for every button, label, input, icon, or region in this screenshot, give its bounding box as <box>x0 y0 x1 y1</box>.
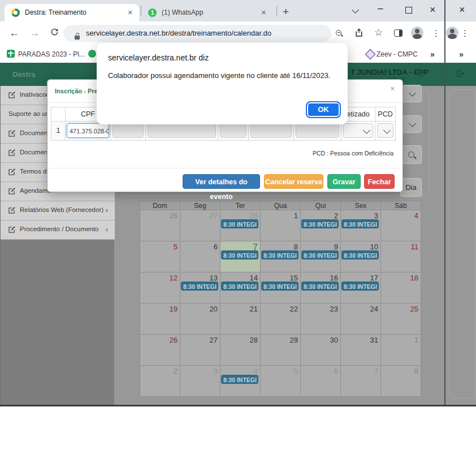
filter-select-2[interactable] <box>403 115 422 133</box>
calendar-day-cell[interactable]: 78:30 INTEGI <box>220 241 261 272</box>
sidebar-item[interactable]: Relatórios Web (Fornecedor)‹ <box>1 201 115 220</box>
calendar-day-cell[interactable]: 168:30 INTEGI <box>301 272 341 304</box>
calendar-day-cell[interactable]: 25 <box>381 304 421 335</box>
reload-icon[interactable] <box>50 27 59 39</box>
calendar-day-cell[interactable]: 22 <box>261 304 301 335</box>
fechar-button[interactable]: Fechar <box>364 174 395 189</box>
window-close-button[interactable]: × <box>430 5 436 15</box>
bookmarks-overflow-icon[interactable]: » <box>430 50 435 59</box>
zoom-out-icon[interactable] <box>336 30 343 37</box>
field-input[interactable] <box>250 123 292 138</box>
calendar-event[interactable]: 8:30 INTEGI <box>181 282 218 291</box>
calendar-day-cell[interactable]: 18 <box>381 272 421 304</box>
calendar-day-cell[interactable]: 3 <box>180 366 220 397</box>
calendar-day-cell[interactable]: 2 <box>140 366 180 397</box>
calendar-day-cell[interactable]: 7 <box>341 366 381 397</box>
calendar-event[interactable]: 8:30 INTEGI <box>221 375 258 384</box>
field-input[interactable] <box>220 123 246 138</box>
search-button[interactable] <box>403 145 422 164</box>
back-icon[interactable]: ← <box>9 27 19 39</box>
bookmark-favicon-icon[interactable] <box>88 50 96 58</box>
bookmark-paradas[interactable]: PARADAS 2023 - Pl... <box>18 50 85 58</box>
calendar-day-cell[interactable]: 26 <box>140 335 180 366</box>
calendar-day-cell[interactable]: 27 <box>180 210 220 241</box>
address-bar[interactable]: servicelayer.destra.net.br/destra/treina… <box>63 25 331 42</box>
bookmark-star-icon[interactable]: ☆ <box>374 27 383 38</box>
calendar-day-cell[interactable]: 20 <box>180 304 220 335</box>
calendar-day-cell[interactable]: 108:30 INTEGI <box>341 241 381 272</box>
calendar-day-cell[interactable]: 48:30 INTEGI <box>220 366 261 397</box>
ver-detalhes-do-evento-button[interactable]: Ver detalhes do evento <box>183 174 260 189</box>
calendar-day-cell[interactable]: 1 <box>261 210 301 241</box>
calendar-day-cell[interactable]: 148:30 INTEGI <box>220 272 261 304</box>
day-view-button[interactable]: Dia <box>400 178 422 197</box>
new-tab-button[interactable]: + <box>283 6 289 17</box>
calendar-day-cell[interactable]: 6 <box>180 241 220 272</box>
calendar-event[interactable]: 8:30 INTEGI <box>261 282 298 291</box>
calendar-day-cell[interactable]: 23 <box>301 304 341 335</box>
calendar-day-cell[interactable]: 12 <box>140 272 180 304</box>
field-input[interactable] <box>148 123 216 138</box>
share-icon[interactable] <box>354 28 364 40</box>
calendar-event[interactable]: 8:30 INTEGI <box>221 282 258 291</box>
calendar-day-cell[interactable]: 30 <box>301 335 341 366</box>
back-window-close-button[interactable]: × <box>459 5 465 15</box>
calendar-event[interactable]: 8:30 INTEGI <box>341 219 379 228</box>
calendar-day-cell[interactable]: 8 <box>381 366 421 397</box>
tab-whatsapp[interactable]: 1 (1) WhatsApp × <box>142 4 274 21</box>
gravar-button[interactable]: Gravar <box>327 174 361 189</box>
modal-close-icon[interactable]: × <box>390 84 395 93</box>
calendar-day-cell[interactable]: 158:30 INTEGI <box>261 272 301 304</box>
field-input[interactable] <box>296 123 339 138</box>
tab-close-icon[interactable]: × <box>128 8 133 16</box>
cancelar-reserva-button[interactable]: Cancelar reserva <box>264 174 323 189</box>
calendar-day-cell[interactable]: 5 <box>261 366 301 397</box>
calendar-event[interactable]: 8:30 INTEGI <box>341 250 379 259</box>
calendar-day-cell[interactable]: 28:30 INTEGI <box>301 210 341 241</box>
calendar-day-cell[interactable]: 21 <box>220 304 261 335</box>
window-maximize-button[interactable] <box>405 7 412 14</box>
calendar-day-cell[interactable]: 138:30 INTEGI <box>180 272 220 304</box>
calendar-day-cell[interactable]: 19 <box>140 304 180 335</box>
calendar-day-cell[interactable]: 5 <box>140 241 180 272</box>
back-window-menu-icon[interactable]: ⋮ <box>461 28 469 38</box>
alfabetizado-select[interactable] <box>343 123 373 138</box>
calendar-day-cell[interactable]: 31 <box>341 335 381 366</box>
calendar-day-cell[interactable]: 24 <box>341 304 381 335</box>
bookmark-zeev[interactable]: Zeev - CMPC <box>377 50 418 58</box>
calendar-event[interactable]: 8:30 INTEGI <box>301 219 339 228</box>
browser-menu-icon[interactable]: ⋮ <box>432 28 440 38</box>
calendar-day-cell[interactable]: 88:30 INTEGI <box>261 241 301 272</box>
calendar-event[interactable]: 8:30 INTEGI <box>221 250 258 259</box>
side-panel-icon[interactable] <box>394 29 403 37</box>
calendar-day-cell[interactable]: 178:30 INTEGI <box>341 272 381 304</box>
profile-avatar[interactable] <box>411 27 423 39</box>
calendar-event[interactable]: 8:30 INTEGI <box>261 250 298 259</box>
tab-close-icon[interactable]: × <box>261 8 266 16</box>
calendar-event[interactable]: 8:30 INTEGI <box>221 219 258 228</box>
tab-destra[interactable]: Destra: Treinamento × <box>5 4 139 21</box>
ok-button[interactable]: OK <box>306 101 341 118</box>
pcd-select[interactable] <box>377 123 393 138</box>
calendar-event[interactable]: 8:30 INTEGI <box>341 282 379 291</box>
calendar-day-cell[interactable]: 4 <box>381 210 421 241</box>
calendar-day-cell[interactable]: 38:30 INTEGI <box>341 210 381 241</box>
logout-icon[interactable] <box>418 69 427 78</box>
back-window-bookmarks-overflow-icon[interactable]: » <box>459 50 464 59</box>
calendar-day-cell[interactable]: 288:30 INTEGI <box>220 210 261 241</box>
cpf-input[interactable]: 471.375.028-0 <box>67 123 109 138</box>
calendar-day-cell[interactable]: 6 <box>301 366 341 397</box>
sidebar-item[interactable]: Procedimento / Documento‹ <box>1 220 115 240</box>
calendar-day-cell[interactable]: 98:30 INTEGI <box>301 241 341 272</box>
filter-select-1[interactable] <box>403 85 422 102</box>
calendar-day-cell[interactable]: 11 <box>381 241 421 272</box>
name-field[interactable] <box>112 123 144 138</box>
calendar-event[interactable]: 8:30 INTEGI <box>301 250 339 259</box>
calendar-day-cell[interactable]: 1 <box>381 335 421 366</box>
calendar-day-cell[interactable]: 27 <box>180 335 220 366</box>
window-minimize-button[interactable]: – <box>378 3 383 14</box>
forward-icon[interactable]: → <box>29 27 40 39</box>
calendar-day-cell[interactable]: 28 <box>220 335 261 366</box>
calendar-day-cell[interactable]: 26 <box>140 210 180 241</box>
calendar-event[interactable]: 8:30 INTEGI <box>301 282 339 291</box>
